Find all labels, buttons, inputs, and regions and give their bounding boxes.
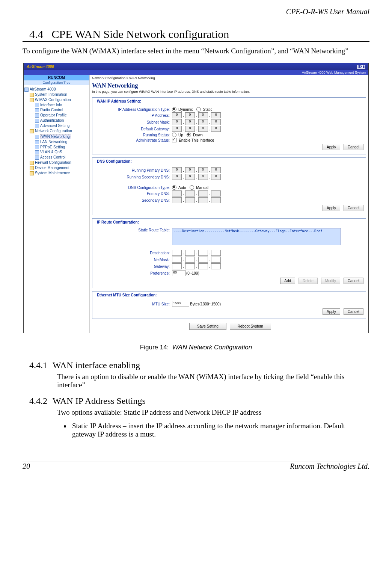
- panel-title: WAN IP Address Setting:: [95, 99, 143, 103]
- secondary-dns-input[interactable]: ...: [172, 197, 221, 203]
- tree-access-control[interactable]: Access Control: [24, 155, 89, 160]
- section-number: 4.4: [29, 28, 44, 40]
- subsection-title: WAN interface enabling: [53, 360, 140, 370]
- brand-title: AirStream 4000: [27, 65, 54, 69]
- sub-bar: AirStream 4000 Web Management System: [24, 70, 368, 75]
- label-admin-status: Administrate Status:: [95, 138, 172, 142]
- preference-input[interactable]: 60: [172, 270, 185, 276]
- ip-address-input[interactable]: 0.0.0.0: [172, 112, 221, 118]
- panel-title: DNS Configuration:: [95, 159, 133, 163]
- main-content: Network Configuration > WAN Networking W…: [90, 75, 368, 333]
- label-default-gateway: Default Gateway:: [95, 127, 172, 131]
- tree-wimax-config[interactable]: WiMAX Configuration: [24, 97, 89, 103]
- radio-manual-label: Manual: [196, 186, 208, 190]
- cancel-button[interactable]: Cancel: [344, 205, 363, 211]
- label-netmask: NetMask:: [95, 258, 172, 262]
- panel-title: IP Route Configuration:: [95, 220, 140, 224]
- default-gateway-input[interactable]: 0.0.0.0: [172, 126, 221, 132]
- static-route-table[interactable]: ----Destination----------NetMask--------…: [172, 228, 341, 245]
- tree-pppoe-setting[interactable]: PPPoE Setting: [24, 145, 89, 150]
- label-running-primary-dns: Running Primary DNS:: [95, 168, 172, 172]
- intro-paragraph: To configure the WAN (WiMAX) interface s…: [23, 47, 369, 55]
- radio-static[interactable]: [196, 107, 201, 112]
- label-ip-type: IP Address Configuration Type:: [95, 107, 172, 112]
- bullet-list: Static IP Address – insert the IP addres…: [71, 422, 369, 438]
- page-footer: 20 Runcom Technologies Ltd.: [23, 461, 369, 471]
- mtu-input[interactable]: 1500: [172, 301, 189, 307]
- config-tree: AirStream 4000 System Information WiMAX …: [24, 85, 89, 177]
- tree-device-mgmt[interactable]: Device Management: [24, 165, 89, 171]
- reboot-system-button[interactable]: Reboot System: [230, 323, 271, 330]
- label-subnet-mask: Subnet Mask:: [95, 120, 172, 124]
- tree-wan-networking[interactable]: WAN Networking: [24, 134, 89, 139]
- tree-radio-control[interactable]: Radio Control: [24, 107, 89, 113]
- radio-manual[interactable]: [190, 185, 194, 190]
- tree-network-config[interactable]: Network Configuration: [24, 128, 89, 134]
- apply-button[interactable]: Apply: [323, 144, 340, 150]
- label-primary-dns: Primary DNS:: [95, 192, 172, 196]
- label-static-route-table: Static Route Table:: [95, 228, 172, 232]
- tree-root[interactable]: AirStream 4000: [24, 87, 89, 92]
- label-destination: Destination:: [95, 251, 172, 255]
- panel-mtu: Ethernet MTU Size Configuration: MTU Siz…: [92, 291, 366, 319]
- tree-authentication[interactable]: Authentication: [24, 118, 89, 123]
- subsection-title: WAN IP Address Settings: [53, 396, 146, 406]
- label-mtu-size: MTU Size:: [95, 302, 172, 306]
- tree-firewall[interactable]: Firewall Configuration: [24, 160, 89, 165]
- radio-dynamic-label: Dynamic: [178, 107, 193, 112]
- running-primary-dns-input[interactable]: 0.0.0.0: [172, 167, 221, 173]
- label-running-secondary-dns: Running Secondary DNS:: [95, 175, 172, 179]
- label-gateway: Gateway:: [95, 264, 172, 269]
- tree-operator-profile[interactable]: Operator Profile: [24, 113, 89, 118]
- footer-company: Runcom Technologies Ltd.: [290, 462, 369, 471]
- tree-lan-networking[interactable]: LAN Networking: [24, 139, 89, 145]
- radio-down[interactable]: [187, 133, 191, 137]
- add-button[interactable]: Add: [280, 278, 295, 284]
- sidebar-company: RUNCOM: [24, 75, 89, 80]
- cancel-button[interactable]: Cancel: [344, 308, 363, 315]
- running-secondary-dns-input[interactable]: 0.0.0.0: [172, 174, 221, 180]
- destination-input[interactable]: ...: [172, 250, 221, 256]
- mtu-hint: Bytes(1300~1500): [190, 302, 221, 306]
- tree-system-info[interactable]: System Information: [24, 92, 89, 97]
- primary-dns-input[interactable]: ...: [172, 190, 221, 196]
- save-setting-button[interactable]: Save Setting: [189, 323, 226, 330]
- netmask-input[interactable]: ...: [172, 257, 221, 263]
- embedded-screenshot: AirStream 4000 EXIT AirStream 4000 Web M…: [23, 63, 369, 333]
- tree-header: Configuration Tree: [24, 80, 89, 85]
- cancel-button[interactable]: Cancel: [344, 144, 363, 150]
- radio-auto-label: Auto: [178, 186, 186, 190]
- bullet-item: Static IP Address – insert the IP addres…: [71, 422, 369, 438]
- sidebar: RUNCOM Configuration Tree AirStream 4000…: [24, 75, 90, 333]
- figure-caption-text: WAN Network Configuration: [172, 344, 252, 351]
- subnet-mask-input[interactable]: 0.0.0.0: [172, 119, 221, 125]
- breadcrumb: Network Configuration > WAN Networking: [92, 76, 366, 80]
- cancel-button[interactable]: Cancel: [344, 278, 363, 284]
- footer-page-number: 20: [23, 462, 30, 471]
- subsection-body: Two options available: Static IP address…: [57, 408, 369, 417]
- tree-system-maint[interactable]: System Maintenence: [24, 171, 89, 176]
- radio-up[interactable]: [172, 133, 176, 137]
- subsection-number: 4.4.1: [29, 360, 47, 370]
- apply-button[interactable]: Apply: [323, 205, 340, 211]
- exit-link[interactable]: EXIT: [357, 65, 365, 69]
- radio-up-label: Up: [178, 133, 183, 137]
- brand-bar: AirStream 4000 EXIT: [24, 63, 368, 70]
- radio-auto[interactable]: [172, 185, 176, 190]
- checkbox-enable-label: Enable This Interface: [179, 138, 214, 142]
- checkbox-enable-interface[interactable]: [172, 138, 176, 142]
- apply-button[interactable]: Apply: [323, 308, 340, 315]
- figure-label: Figure 14:: [140, 344, 169, 351]
- page-title: WAN Networking: [92, 82, 366, 89]
- tree-vlan-qos[interactable]: VLAN & QoS: [24, 150, 89, 155]
- tree-interface-info[interactable]: Interface Info: [24, 103, 89, 108]
- radio-dynamic[interactable]: [172, 107, 176, 112]
- label-running-status: Running Status:: [95, 133, 172, 137]
- delete-button[interactable]: Delete: [299, 278, 318, 284]
- label-preference: Preference:: [95, 271, 172, 275]
- preference-hint: (0~199): [186, 271, 199, 275]
- gateway-input[interactable]: ...: [172, 263, 221, 269]
- modify-button[interactable]: Modify: [321, 278, 340, 284]
- section-title: CPE WAN Side Network configuration: [52, 28, 229, 40]
- tree-advanced-setting[interactable]: Advanced Setting: [24, 123, 89, 128]
